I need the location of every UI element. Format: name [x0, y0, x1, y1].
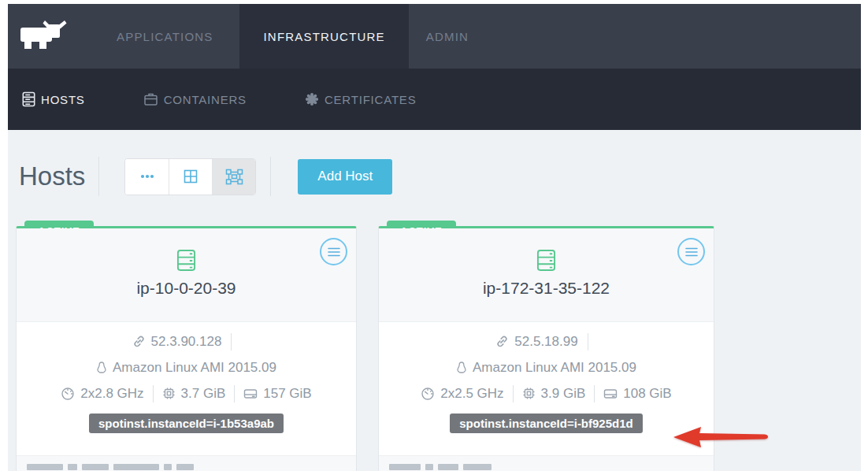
gauge-icon	[61, 387, 75, 401]
divider	[594, 385, 595, 402]
memory-chip-icon	[162, 387, 176, 400]
toolbar-divider	[98, 157, 99, 196]
clipped-text	[82, 464, 109, 470]
list-dots-icon	[140, 174, 154, 179]
divider	[231, 333, 232, 350]
machine-card-view-icon	[225, 169, 243, 185]
certificate-seal-icon	[305, 92, 319, 106]
hamburger-menu-icon	[685, 247, 698, 257]
host-specs-row: 2x2.5 GHz 3.9 GiB 108 GiB	[379, 380, 714, 406]
host-card: ACTIVE ip-172-31-35-122 52.5.18.99	[378, 226, 714, 471]
clipped-text	[176, 464, 194, 470]
top-nav: APPLICATIONS INFRASTRUCTURE ADMIN	[8, 4, 861, 69]
host-disk: 157 GiB	[263, 386, 311, 402]
page-title: Hosts	[19, 161, 85, 191]
divider	[588, 333, 588, 350]
cpu-spec: 2x2.5 GHz	[421, 386, 503, 402]
clipped-text	[463, 464, 491, 470]
server-icon	[22, 91, 35, 107]
host-specs-row: 2x2.8 GHz 3.7 GiB 157 GiB	[17, 380, 356, 406]
host-os: Amazon Linux AMI 2015.09	[113, 360, 276, 376]
rancher-cow-icon	[18, 18, 69, 54]
subnav-item-hosts[interactable]: HOSTS	[22, 91, 85, 107]
rancher-logo[interactable]	[8, 4, 79, 69]
tab-infrastructure[interactable]: INFRASTRUCTURE	[239, 4, 408, 69]
red-arrow-icon	[673, 427, 768, 447]
divider	[234, 385, 235, 402]
host-os-row: Amazon Linux AMI 2015.09	[17, 354, 356, 380]
host-card-details: 52.5.18.99 Amazon Linux AMI 2015.09 2x2.…	[379, 321, 714, 455]
memory-chip-icon	[522, 387, 536, 400]
host-card-header: ip-172-31-35-122	[379, 228, 714, 321]
host-cpu: 2x2.5 GHz	[440, 386, 503, 402]
cpu-spec: 2x2.8 GHz	[61, 386, 143, 402]
grid-view-icon	[183, 169, 198, 184]
host-ip-row: 52.3.90.128	[17, 328, 356, 354]
host-card-footer-clipped	[379, 455, 714, 471]
hard-disk-icon	[603, 388, 618, 400]
disk-spec: 157 GiB	[243, 386, 311, 402]
host-ip: 52.5.18.99	[514, 334, 577, 350]
clipped-text	[27, 464, 63, 470]
spotinst-label: spotinst.instanceId=i-1b53a9ab	[89, 414, 284, 433]
host-os-row: Amazon Linux AMI 2015.09	[379, 354, 714, 380]
host-name[interactable]: ip-172-31-35-122	[379, 279, 714, 298]
host-name[interactable]: ip-10-0-20-39	[17, 279, 356, 298]
machine-view-button[interactable]	[212, 159, 255, 195]
hamburger-menu-icon	[328, 247, 340, 257]
tab-admin[interactable]: ADMIN	[409, 4, 495, 69]
gauge-icon	[421, 387, 435, 401]
host-server-icon	[536, 249, 556, 272]
host-memory: 3.7 GiB	[181, 386, 226, 402]
host-card-details: 52.3.90.128 Amazon Linux AMI 2015.09 2x2…	[17, 321, 356, 455]
view-toggle-group	[124, 158, 256, 195]
hard-disk-icon	[243, 388, 258, 400]
host-card-footer-clipped	[17, 455, 356, 471]
toolbar-divider	[270, 157, 271, 196]
host-memory: 3.9 GiB	[541, 386, 586, 402]
clipped-text	[113, 464, 159, 470]
add-host-button[interactable]: Add Host	[298, 159, 392, 195]
host-ip: 52.3.90.128	[151, 334, 222, 350]
linux-tux-icon	[96, 361, 107, 374]
host-menu-button[interactable]	[320, 238, 347, 265]
clipped-text	[438, 464, 458, 470]
hosts-toolbar: Hosts	[19, 154, 392, 198]
host-card: ACTIVE ip-10-0-20-39 52.3.90.128	[16, 226, 357, 471]
memory-spec: 3.9 GiB	[522, 386, 586, 402]
linux-tux-icon	[456, 361, 467, 374]
grid-view-button[interactable]	[169, 159, 212, 195]
subnav-item-certificates[interactable]: CERTIFICATES	[305, 92, 417, 106]
divider	[153, 385, 154, 402]
memory-spec: 3.7 GiB	[162, 386, 226, 402]
host-disk: 108 GiB	[623, 386, 671, 402]
clipped-text	[389, 464, 421, 470]
spotinst-label: spotinst.instanceId=i-bf925d1d	[450, 414, 642, 433]
host-cpu: 2x2.8 GHz	[80, 386, 143, 402]
list-view-button[interactable]	[125, 159, 169, 195]
infrastructure-subnav: HOSTS CONTAINERS CERTIFICATES	[8, 69, 861, 130]
link-icon	[132, 335, 146, 348]
subnav-label: HOSTS	[41, 93, 85, 106]
disk-spec: 108 GiB	[603, 386, 671, 402]
link-icon	[495, 335, 509, 348]
tab-applications[interactable]: APPLICATIONS	[90, 4, 239, 69]
divider	[513, 385, 514, 402]
host-card-header: ip-10-0-20-39	[17, 228, 356, 321]
subnav-item-containers[interactable]: CONTAINERS	[143, 92, 247, 106]
subnav-label: CERTIFICATES	[325, 93, 417, 106]
subnav-label: CONTAINERS	[164, 93, 247, 106]
clipped-text	[164, 464, 172, 470]
host-menu-button[interactable]	[677, 238, 705, 265]
container-box-icon	[143, 92, 158, 106]
annotation-arrow	[672, 425, 770, 449]
clipped-text	[425, 464, 433, 470]
clipped-text	[68, 464, 77, 470]
host-server-icon	[176, 249, 196, 272]
host-os: Amazon Linux AMI 2015.09	[473, 360, 636, 376]
rancher-app: APPLICATIONS INFRASTRUCTURE ADMIN HOSTS …	[0, 0, 868, 471]
host-ip-row: 52.5.18.99	[379, 328, 714, 354]
